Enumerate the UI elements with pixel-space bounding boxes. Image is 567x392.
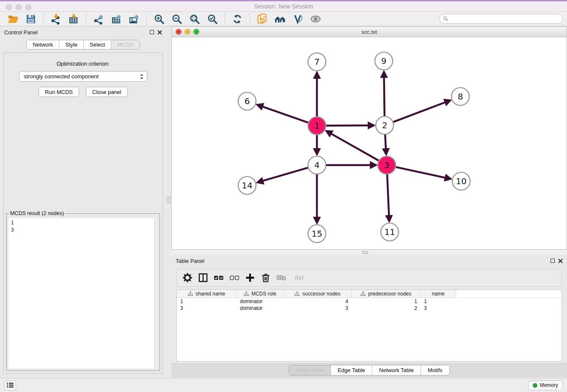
import-network-icon[interactable] [49, 13, 63, 25]
run-mcds-button[interactable]: Run MCDS [39, 87, 79, 97]
minimize-network-icon[interactable]: − [184, 29, 190, 35]
eye-icon[interactable] [309, 13, 322, 25]
horizontal-splitter[interactable] [171, 250, 567, 255]
tab-mcds[interactable]: MCDS [111, 40, 139, 49]
node-table[interactable]: shared nameMCDS rolesuccessor nodesprede… [176, 290, 562, 362]
cell-successor_nodes[interactable]: 3 [284, 305, 352, 311]
window-traffic-lights[interactable] [6, 4, 31, 10]
close-panel-icon[interactable] [157, 30, 162, 35]
zoom-out-icon[interactable] [170, 13, 184, 25]
save-session-icon[interactable] [24, 13, 38, 25]
svg-text:10: 10 [456, 176, 466, 186]
tab-network-table[interactable]: Network Table [372, 365, 421, 375]
graph-node-10[interactable]: 10 [452, 172, 470, 190]
search-input[interactable] [451, 16, 559, 22]
cell-predecessor_nodes[interactable]: 2 [352, 305, 421, 311]
open-session-icon[interactable] [6, 13, 20, 25]
edge-1-2[interactable] [326, 125, 369, 126]
splitter-handle[interactable] [362, 251, 368, 254]
tab-network[interactable]: Network [27, 40, 59, 49]
open-network-file-icon[interactable] [256, 13, 269, 25]
gear-icon[interactable] [180, 271, 195, 285]
edge-2-9[interactable] [384, 77, 385, 116]
network-window-titlebar[interactable]: × − + scc.txt [172, 27, 567, 37]
column-header-mcds_role[interactable]: MCDS role [237, 290, 284, 298]
right-column: × − + scc.txt 7968124314101511 Table Pan… [171, 26, 567, 378]
add-column-icon[interactable] [243, 271, 257, 285]
edge-3-1[interactable] [331, 134, 379, 161]
graph-node-11[interactable]: 11 [381, 223, 399, 241]
edge-3-11[interactable] [387, 174, 389, 216]
table-panel-header: Table Panel [171, 255, 567, 267]
graph-node-8[interactable]: 8 [451, 88, 469, 105]
zoom-in-icon[interactable] [152, 13, 166, 25]
zoom-selected-icon[interactable] [206, 13, 219, 25]
graph-node-7[interactable]: 7 [308, 53, 326, 71]
select-all-columns-icon[interactable] [212, 271, 226, 285]
cell-name[interactable]: 3 [421, 305, 456, 311]
split-pane-icon[interactable] [196, 271, 210, 285]
refresh-layout-icon[interactable] [231, 13, 244, 25]
zoom-fit-icon[interactable] [188, 13, 201, 25]
search-box[interactable] [439, 14, 563, 24]
delete-column-icon[interactable] [259, 271, 273, 285]
import-table-icon[interactable] [67, 13, 80, 25]
graph-node-15[interactable]: 15 [308, 225, 326, 243]
home-icon[interactable] [273, 13, 287, 25]
unselect-all-columns-icon[interactable] [227, 271, 242, 285]
graph-node-1[interactable]: 1 [308, 117, 326, 135]
network-canvas[interactable]: 7968124314101511 [172, 37, 567, 249]
tab-motifs[interactable]: Motifs [421, 365, 449, 375]
graph-node-2[interactable]: 2 [376, 116, 394, 134]
splitter-handle[interactable] [167, 196, 171, 203]
graph-node-14[interactable]: 14 [238, 177, 256, 194]
close-network-icon[interactable]: × [176, 29, 182, 35]
task-history-button[interactable] [4, 381, 16, 390]
column-header-shared_name[interactable]: shared name [177, 290, 237, 298]
graph-node-6[interactable]: 6 [238, 92, 256, 110]
zoom-window-icon[interactable] [25, 4, 31, 10]
close-window-icon[interactable] [6, 4, 12, 10]
graph-node-3[interactable]: 3 [378, 156, 396, 174]
edge-4-14[interactable] [262, 168, 308, 181]
graph-node-4[interactable]: 4 [308, 156, 326, 174]
graph-node-9[interactable]: 9 [375, 52, 393, 70]
result-scrollbar[interactable] [154, 218, 158, 369]
memory-button[interactable]: Memory [528, 381, 563, 390]
tab-select[interactable]: Select [84, 40, 111, 49]
cell-shared_name[interactable]: 1 [177, 298, 237, 304]
float-panel-icon[interactable] [150, 30, 154, 34]
cell-shared_name[interactable]: 3 [177, 305, 237, 311]
close-panel-icon[interactable] [558, 259, 563, 263]
export-table-icon[interactable] [110, 13, 123, 25]
tab-node-table[interactable]: Node Table [289, 365, 331, 375]
cell-mcds_role[interactable]: dominator [237, 305, 284, 311]
maximize-network-icon[interactable]: + [193, 29, 199, 35]
column-header-successor_nodes[interactable]: successor nodes [284, 290, 352, 298]
svg-text:9: 9 [381, 56, 387, 66]
cell-predecessor_nodes[interactable]: 1 [352, 298, 421, 304]
column-header-predecessor_nodes[interactable]: predecessor nodes [352, 290, 421, 298]
network-graph[interactable]: 7968124314101511 [172, 37, 567, 249]
criterion-select[interactable]: strongly connected component [19, 71, 147, 82]
export-network-icon[interactable] [92, 13, 105, 25]
edge-1-6[interactable] [262, 107, 308, 123]
export-image-icon[interactable] [127, 13, 141, 25]
cell-mcds_role[interactable]: dominator [237, 298, 284, 304]
cell-successor_nodes[interactable]: 4 [284, 298, 352, 304]
cyndex-icon[interactable] [291, 13, 305, 25]
edge-2-8[interactable] [394, 102, 446, 122]
cell-name[interactable]: 1 [421, 298, 456, 304]
vertical-splitter[interactable] [166, 26, 171, 378]
tab-edge-table[interactable]: Edge Table [331, 365, 372, 375]
table-row-1[interactable]: 1dominator411 [177, 298, 561, 305]
edge-2-3[interactable] [385, 135, 386, 149]
minimize-window-icon[interactable] [16, 4, 22, 10]
table-row-2[interactable]: 3dominator323 [177, 305, 561, 312]
close-panel-button[interactable]: Close panel [86, 87, 128, 97]
edge-3-10[interactable] [396, 167, 446, 178]
tab-style[interactable]: Style [59, 40, 84, 49]
float-panel-icon[interactable] [550, 259, 555, 263]
mcds-result-text: 1 3 [8, 218, 154, 369]
column-header-name[interactable]: name [421, 290, 456, 298]
